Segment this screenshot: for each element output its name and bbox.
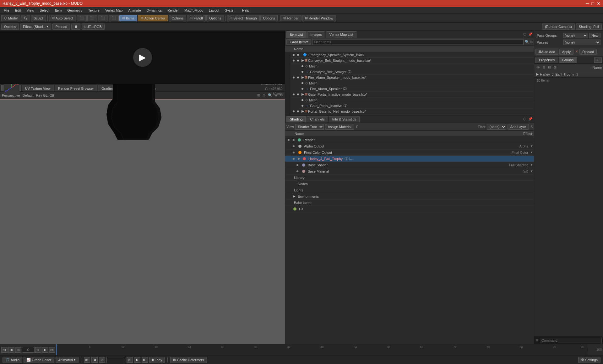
menu-maxtomodo[interactable]: MaxToModo [182,8,206,13]
list-item[interactable]: ▶ ⊞ Portal_Gate_to_Hell_modo_base.lxo* [290,109,534,114]
mode-model-button[interactable]: ⬡ Model [1,15,20,21]
menu-file[interactable]: File [1,8,12,13]
go-start-button[interactable]: ⏮ [1,347,8,353]
render-camera-selector[interactable]: (Render Camera) [542,24,575,30]
options3-button[interactable]: Options [260,15,278,21]
sb-prev[interactable]: ◀ [91,357,98,363]
shader-item-base-shader[interactable]: Base Shader Full Shading ▾ [285,162,534,168]
sb-prev2[interactable]: ◁ [99,357,105,363]
shader-item-alpha[interactable]: Alpha Output Alpha ▾ [285,143,534,149]
filter-selector[interactable]: (none) [487,124,506,130]
menu-vertexmap[interactable]: Vertex Map [103,8,125,13]
timeline-ruler[interactable]: 0 6 12 18 24 30 36 42 48 54 60 66 72 78 … [57,344,588,355]
pass-groups-select[interactable]: (none) [563,33,588,38]
list-item[interactable]: ▶ ⊞ Fire_Alarm_Speaker_modo_base.lxo* [290,75,534,80]
menu-animate[interactable]: Animate [126,8,143,13]
visibility-toggle[interactable] [291,75,296,80]
prev-frame-button[interactable]: ◀ [8,347,14,353]
visibility-toggle[interactable] [300,81,305,85]
list-item[interactable]: → Fire_Alarm_Speaker (2) [299,86,534,92]
menu-render[interactable]: Render [165,8,181,13]
mode-sculpt-text[interactable]: Sculpt [31,15,46,21]
visibility-toggle[interactable] [300,104,305,108]
maximize-button[interactable]: □ [592,1,594,6]
command-input[interactable] [540,338,602,343]
lock-toggle[interactable] [296,58,300,63]
list-item[interactable]: ◇ Mesh [299,97,534,103]
go-end-button[interactable]: ⏭ [49,347,55,353]
filter-icon[interactable]: ⊞ [530,40,533,44]
visibility-toggle[interactable] [291,53,296,57]
groups-icon4[interactable]: ⊠ [552,65,557,70]
menu-help[interactable]: Help [240,8,252,13]
item-list-pin-icon[interactable]: 📌 [528,32,533,36]
shading-pin-icon[interactable]: 📌 [528,117,533,121]
ray-gl-label[interactable]: Ray GL: Off [36,94,54,97]
groups-icon3[interactable]: ⊟ [547,65,552,70]
action-center-button[interactable]: ⊕ Action Center [138,15,168,21]
visibility-toggle[interactable] [300,98,305,102]
minimize-button[interactable]: ─ [586,1,589,6]
menu-dynamics[interactable]: Dynamics [144,8,164,13]
sb-next[interactable]: ▷ [127,357,133,363]
shading-selector[interactable]: Shading: Full [576,24,602,30]
close-discard-icon[interactable]: ✕ [575,50,578,54]
visibility-toggle[interactable] [291,58,296,63]
tab-uv-texture[interactable]: UV Texture View [22,85,54,91]
graph-editor-button[interactable]: 📈 Graph Editor [24,357,54,363]
toolbar-icon4[interactable]: ⬛ [109,15,119,21]
assign-material-button[interactable]: Assign Material [325,124,354,130]
add-layer-button[interactable]: Add Layer [508,124,529,130]
groups-eye-icon[interactable]: 👁 [535,65,541,70]
list-item[interactable]: 🔷 Emergency_Speaker_System_Black [290,52,534,58]
filter-items-input[interactable] [312,39,524,45]
options2-button[interactable]: Options [206,15,224,21]
play-btn[interactable]: ▶ Play [149,357,165,363]
list-item[interactable]: ◇ Mesh [299,63,534,69]
toolbar-icon2[interactable]: ⬛ [87,15,97,21]
sb-go-start[interactable]: ⏮ [84,357,90,363]
items-button[interactable]: ⊞ Items [119,15,137,21]
expand-icon[interactable]: ▶ [536,72,539,76]
play-button[interactable]: ▶ [133,48,152,67]
menu-item[interactable]: Item [52,8,64,13]
close-button[interactable]: ✕ [597,1,600,6]
shader-item-render[interactable]: ▶ Render [285,137,534,143]
effect-selector[interactable]: Effect: (Shad... ▾ [20,24,52,30]
shader-item-nodes[interactable]: Nodes [285,181,534,187]
list-item[interactable]: → Conveyor_Belt_Straight (2) [299,69,534,75]
visibility-toggle[interactable] [291,109,296,114]
render-button[interactable]: ⊞ Render [280,15,301,21]
default-label[interactable]: Default [22,94,33,97]
falloff-button[interactable]: ⊞ Falloff [187,15,206,21]
shader-item-harley[interactable]: ▶ Harley_J_Earl_Trophy (2) L... [285,156,534,162]
render-window-button[interactable]: ⊞ Render Window [302,15,336,21]
animated-button[interactable]: Animated ▾ [56,357,79,363]
tab-shading[interactable]: Shading [286,116,306,122]
menu-layout[interactable]: Layout [206,8,222,13]
list-item[interactable]: → Gate_Portal_Inactive (2) [299,103,534,109]
apply-button[interactable]: Apply [559,49,574,55]
options-button[interactable]: Options [1,24,19,30]
shading-expand-icon[interactable]: ⬡ [523,117,526,121]
sb-frame-input[interactable]: 0 [106,357,125,363]
mode-sculpt-button[interactable]: Fy [21,15,30,21]
list-item[interactable]: ◇ Mesh [299,80,534,86]
add-item-button[interactable]: + Add Item ▾ [286,39,311,45]
options1-button[interactable]: Options [169,15,186,21]
paused-button[interactable]: Paused [52,24,70,30]
auto-select-button[interactable]: ⊞ Auto Select [49,15,76,21]
tab-images[interactable]: Images [307,31,325,38]
menu-select[interactable]: Select [37,8,52,13]
menu-edit[interactable]: Edit [13,8,24,13]
visibility-toggle[interactable] [300,64,305,68]
audio-button[interactable]: 🎵 Audio [3,357,22,363]
list-item[interactable]: ▶ ⊞ Conveyor_Belt_Straight_modo_base.lxo… [290,58,534,63]
lock-toggle[interactable] [296,53,300,57]
menu-system[interactable]: System [222,8,239,13]
visibility-toggle[interactable] [291,92,296,97]
tab-info-stats[interactable]: Info & Statistics [329,116,360,122]
new-group-button[interactable]: + [594,57,602,63]
list-item[interactable]: ◇ Mesh [299,114,534,115]
tab-item-list[interactable]: Item List [286,31,307,38]
